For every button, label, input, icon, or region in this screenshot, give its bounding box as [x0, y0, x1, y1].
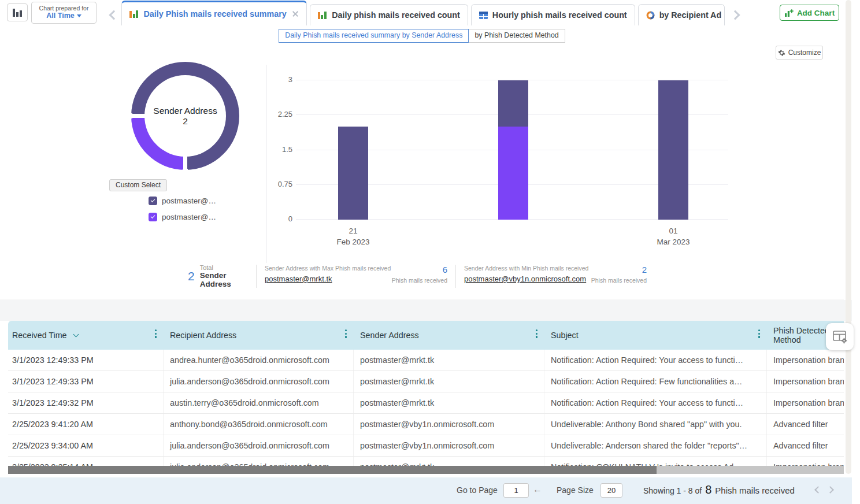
cell: 2/25/2023 9:34:00 AM	[8, 435, 164, 456]
bar-grid	[296, 80, 728, 220]
tab-label: Hourly phish mails received count	[492, 10, 627, 20]
bar-chart-icon	[318, 12, 328, 19]
donut-center: Sender Address 2	[144, 75, 226, 157]
previous-page-icon[interactable]	[814, 486, 822, 494]
goto-page-label: Go to Page	[457, 486, 498, 495]
stat-max-unit: Phish mails received	[392, 277, 447, 284]
table-row-1[interactable]: 3/1/2023 12:49:33 PMandrea.hunter@o365dr…	[8, 350, 844, 371]
stat-total-labels: Total Sender Address	[200, 264, 256, 288]
table-row-4[interactable]: 2/25/2023 9:41:20 AManthony.bond@o365dro…	[8, 414, 844, 435]
bar-segment	[338, 127, 368, 220]
stat-max-link[interactable]: postmaster@mrkt.tk	[265, 275, 391, 283]
customize-button[interactable]: Customize	[776, 46, 823, 60]
legend-item-1[interactable]: postmaster@…	[149, 197, 216, 205]
stat-total-value: 2	[188, 269, 195, 283]
dot	[536, 333, 538, 335]
horizontal-scrollbar-thumb[interactable]	[8, 466, 657, 474]
chart-list-button[interactable]	[7, 3, 28, 21]
sort-down-icon[interactable]	[73, 331, 79, 337]
cell: Advanced filter	[767, 414, 844, 435]
horizontal-scrollbar[interactable]	[8, 466, 844, 474]
close-icon[interactable]	[292, 10, 299, 17]
dot	[758, 336, 760, 338]
page-size-label: Page Size	[557, 486, 594, 495]
table-row-5[interactable]: 2/25/2023 9:34:00 AMjulia.anderson@o365d…	[8, 435, 844, 457]
donut-chart[interactable]: Sender Address 2	[131, 62, 239, 170]
next-page-icon[interactable]	[826, 486, 834, 494]
x-axis-label: 21Feb 2023	[318, 225, 388, 247]
cell: andrea.hunter@o365droid.onmicrosoft.com	[164, 350, 354, 370]
tab-label: Daily Phish mails received summary	[144, 9, 287, 18]
stat-max-value: 6	[392, 265, 447, 275]
customize-label: Customize	[788, 49, 821, 57]
cell: anthony.bond@o365droid.onmicrosoft.com	[164, 414, 354, 435]
tabs-scroll-left-button[interactable]	[106, 5, 121, 25]
subtab-2[interactable]: by Phish Detected Method	[468, 29, 565, 43]
legend-item-2[interactable]: postmaster@…	[149, 213, 216, 221]
table-row-2[interactable]: 3/1/2023 12:49:33 PMjulia.anderson@o365d…	[8, 371, 844, 392]
time-range-dropdown[interactable]: Chart prepared for All Time	[31, 2, 97, 24]
table-row-3[interactable]: 3/1/2023 12:49:32 PMaustin.terry@o365dro…	[8, 392, 844, 414]
cell: Undeliverable: Anthony Bond shared "app"…	[544, 414, 767, 435]
showing-summary: Showing 1 - 8 of 8 Phish mails received	[643, 483, 795, 496]
column-menu-icon[interactable]	[345, 329, 347, 338]
cell: Impersonation brand	[767, 371, 844, 392]
caret-down-icon	[77, 14, 81, 17]
dot	[758, 329, 760, 331]
column-menu-icon[interactable]	[536, 329, 538, 338]
panel-gap	[0, 300, 852, 321]
goto-page-input[interactable]	[503, 483, 529, 498]
stat-min-unit: Phish mails received	[591, 277, 647, 284]
column-header-4[interactable]: Subject	[544, 321, 767, 350]
bar	[136, 10, 138, 18]
checkbox-icon[interactable]	[149, 197, 157, 205]
stat-total-sender: 2 Total Sender Address	[188, 264, 256, 288]
x-label-month: Feb 2023	[318, 236, 388, 247]
cell: 3/1/2023 12:49:33 PM	[8, 350, 164, 370]
showing-total: 8	[705, 483, 711, 496]
cell: Impersonation brand	[767, 392, 844, 413]
chart-panel: Chart prepared for All Time Daily Phish …	[0, 0, 844, 299]
tabs-scroll-right-button[interactable]	[728, 5, 743, 25]
bar-3[interactable]	[658, 80, 688, 220]
tab-strip: Daily Phish mails received summaryDaily …	[106, 0, 743, 25]
tab-3[interactable]: Hourly phish mails received count	[471, 4, 635, 25]
column-header-3[interactable]: Sender Address	[354, 321, 544, 350]
showing-range: Showing 1 - 8 of	[643, 486, 702, 495]
stat-max-left: Sender Address with Max Phish mails rece…	[265, 265, 391, 288]
dot	[155, 329, 157, 331]
time-range-value: All Time	[32, 12, 96, 20]
stat-min-sender: Sender Address with Min Phish mails rece…	[455, 265, 655, 288]
column-menu-icon[interactable]	[758, 329, 760, 338]
dot	[345, 336, 347, 338]
table-glyph	[479, 12, 488, 19]
page-size-input[interactable]	[600, 483, 622, 498]
vertical-scrollbar-track[interactable]	[846, 0, 851, 474]
cell: postmaster@vby1n.onmicrosoft.com	[354, 435, 544, 456]
time-range-caption: Chart prepared for	[32, 5, 96, 12]
bar	[20, 10, 22, 17]
tab-4[interactable]: by Recipient Ad	[638, 4, 725, 25]
column-menu-icon[interactable]	[155, 329, 157, 338]
phish-mails-table: Received TimeRecipient AddressSender Add…	[8, 321, 844, 475]
showing-entity: Phish mails received	[715, 486, 795, 495]
dot	[536, 329, 538, 331]
column-header-2[interactable]: Recipient Address	[164, 321, 354, 350]
add-chart-button[interactable]: Add Chart	[780, 5, 839, 21]
stat-max-sender: Sender Address with Max Phish mails rece…	[256, 265, 455, 288]
x-label-day: 21	[318, 225, 388, 236]
tab-1[interactable]: Daily Phish mails received summary	[121, 1, 307, 25]
stat-min-link[interactable]: postmaster@vby1n.onmicrosoft.com	[464, 275, 588, 283]
go-back-arrow[interactable]: ←	[533, 484, 542, 495]
custom-select-button[interactable]: Custom Select	[109, 179, 167, 191]
column-settings-button[interactable]	[826, 323, 854, 350]
column-label: Subject	[551, 331, 579, 340]
checkbox-icon[interactable]	[149, 213, 157, 221]
bar-1[interactable]	[338, 127, 368, 220]
tab-2[interactable]: Daily phish mails received count	[310, 4, 468, 25]
column-header-1[interactable]: Received Time	[8, 321, 164, 350]
stat-min-caption: Sender Address with Min Phish mails rece…	[464, 265, 588, 272]
subtab-1[interactable]: Daily Phish mails received summary by Se…	[279, 29, 469, 43]
bar-2[interactable]	[498, 80, 528, 220]
chart-divider	[266, 65, 266, 263]
